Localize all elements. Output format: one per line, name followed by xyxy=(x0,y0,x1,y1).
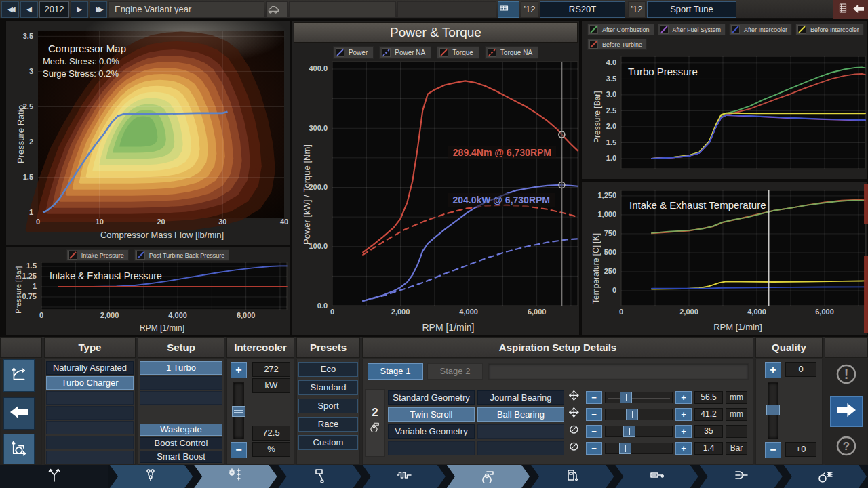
slider-plus-button[interactable]: + xyxy=(675,442,692,455)
geometry-option-empty-3[interactable] xyxy=(388,441,475,455)
column-header-quality: Quality xyxy=(755,337,823,358)
car-link-button[interactable] xyxy=(266,1,288,18)
year-first-button[interactable]: ◀◀ xyxy=(1,1,19,18)
toolbar-tab-piston[interactable] xyxy=(278,465,361,488)
back-nav-button[interactable] xyxy=(3,397,35,430)
next-step-button[interactable] xyxy=(830,396,863,427)
slider-track[interactable] xyxy=(605,392,673,403)
top-right-actions xyxy=(833,0,868,19)
preset-custom[interactable]: Custom xyxy=(298,435,358,450)
type-option-empty-3[interactable] xyxy=(46,406,134,420)
toolbar-tab-manifold[interactable] xyxy=(700,465,783,488)
intercooler-minus-button[interactable]: − xyxy=(231,442,247,458)
intercooler-slider-handle[interactable] xyxy=(232,406,245,417)
boost-option-wastegate[interactable]: Wastegate xyxy=(140,424,222,436)
slider-handle[interactable] xyxy=(620,392,632,403)
return-arrow-icon[interactable] xyxy=(853,3,864,16)
quality-minus-button[interactable]: − xyxy=(765,442,781,458)
svg-text:4.0: 4.0 xyxy=(606,58,616,66)
preset-standard[interactable]: Standard xyxy=(298,380,358,395)
turbo-icon xyxy=(480,467,496,486)
toolbar-tab-fork[interactable] xyxy=(0,465,108,488)
pressure-chart-panel: Intake PressurePost Turbine Back Pressur… xyxy=(5,247,290,336)
slider-handle[interactable] xyxy=(623,426,635,437)
slider-track[interactable] xyxy=(605,426,673,437)
help-button[interactable]: ? xyxy=(831,432,861,462)
svg-text:1.5: 1.5 xyxy=(26,262,37,270)
bearing-option-empty-2[interactable] xyxy=(477,424,564,439)
column-header-blank xyxy=(0,337,42,358)
geometry-option-variable-geometry[interactable]: Variable Geometry xyxy=(388,424,475,439)
type-option-empty-5[interactable] xyxy=(46,436,134,449)
head-icon xyxy=(143,467,159,486)
quality-slider-handle[interactable] xyxy=(766,405,780,415)
turbo-slider-row-1: −+41.2mm xyxy=(568,407,751,422)
slider-value: 56.5 xyxy=(694,391,723,404)
turbo-count-option-empty-1[interactable] xyxy=(140,376,222,390)
toolbar-tab-crank[interactable] xyxy=(363,465,446,488)
slider-track[interactable] xyxy=(605,443,673,454)
toolbar-tab-fuel[interactable] xyxy=(531,465,614,488)
svg-text:0: 0 xyxy=(619,308,623,316)
type-option-empty-4[interactable] xyxy=(46,421,134,434)
bearing-option-empty-3[interactable] xyxy=(477,441,564,455)
graph-view-button[interactable] xyxy=(3,359,35,392)
type-option-naturally-aspirated[interactable]: Naturally Aspirated xyxy=(46,361,134,375)
preset-eco[interactable]: Eco xyxy=(298,362,358,377)
power-ylabel: Power [kW] / Torque [Nm] xyxy=(302,144,312,245)
turbo-count-option-empty-2[interactable] xyxy=(140,391,222,405)
toolbar-tab-valvetrain[interactable] xyxy=(194,465,277,488)
toolbar-tab-exhaust[interactable] xyxy=(615,465,698,488)
preset-race[interactable]: Race xyxy=(298,417,358,432)
column-header-details: Aspiration Setup Details xyxy=(362,337,753,358)
turbo-count-option-1-turbo[interactable]: 1 Turbo xyxy=(140,361,222,375)
slider-minus-button[interactable]: − xyxy=(586,425,602,438)
year-prev-button[interactable]: ◀ xyxy=(20,1,38,18)
type-option-empty-2[interactable] xyxy=(46,391,134,405)
list-icon[interactable] xyxy=(837,2,849,17)
arrow-right-icon xyxy=(837,403,856,420)
slider-minus-button[interactable]: − xyxy=(586,442,602,455)
bearing-option-ball-bearing[interactable]: Ball Bearing xyxy=(477,407,564,422)
geometry-option-standard-geometry[interactable]: Standard Geometry xyxy=(388,390,475,405)
toolbar-tab-turbo[interactable] xyxy=(447,465,530,488)
boost-option-boost-control[interactable]: Boost Control xyxy=(140,437,222,449)
power-xlabel: RPM [1/min] xyxy=(333,322,564,333)
bearing-option-journal-bearing[interactable]: Journal Bearing xyxy=(477,390,564,405)
toolbar-tab-dyno[interactable] xyxy=(784,465,867,488)
engine-family-name-button[interactable]: RS20T xyxy=(540,1,625,18)
svg-text:4,000: 4,000 xyxy=(459,308,478,316)
toolbar-tab-head[interactable] xyxy=(110,465,193,488)
type-option-turbo-charger[interactable]: Turbo Charger xyxy=(46,376,134,390)
geometry-option-twin-scroll[interactable]: Twin Scroll xyxy=(388,407,475,422)
slider-handle[interactable] xyxy=(626,409,638,420)
svg-text:6,000: 6,000 xyxy=(237,311,256,319)
turbo-map-button[interactable] xyxy=(3,434,35,464)
warnings-button[interactable]: ! xyxy=(831,361,861,390)
slider-plus-button[interactable]: + xyxy=(675,391,692,404)
year-last-button[interactable]: ▶▶ xyxy=(90,1,107,18)
engine-family-button[interactable] xyxy=(498,1,519,18)
slider-plus-button[interactable]: + xyxy=(675,408,692,421)
variant-year-field[interactable]: 2012 xyxy=(39,1,69,18)
preset-sport[interactable]: Sport xyxy=(298,399,358,413)
engine-variant-name-button[interactable]: Sport Tune xyxy=(647,1,736,18)
family-year-badge: '12 xyxy=(521,1,538,18)
slider-minus-button[interactable]: − xyxy=(586,391,602,404)
tab-stage-2[interactable]: Stage 2 xyxy=(427,363,483,380)
slider-plus-button[interactable]: + xyxy=(675,425,692,438)
stage-name-field[interactable] xyxy=(488,363,749,380)
intercooler-slider-track[interactable] xyxy=(233,382,244,439)
year-next-button[interactable]: ▶ xyxy=(71,1,88,18)
slider-track[interactable] xyxy=(605,409,673,420)
tab-stage-1[interactable]: Stage 1 xyxy=(368,363,423,380)
designer-step-toolbar xyxy=(0,465,868,488)
boost-option-smart-boost[interactable]: Smart Boost xyxy=(140,451,222,463)
intercooler-plus-button[interactable]: + xyxy=(231,362,247,378)
svg-text:0: 0 xyxy=(330,308,334,316)
slider-minus-button[interactable]: − xyxy=(586,408,602,421)
quality-plus-button[interactable]: + xyxy=(765,362,781,378)
type-option-empty-6[interactable] xyxy=(46,451,134,464)
slider-handle[interactable] xyxy=(619,443,631,454)
quality-slider-track[interactable] xyxy=(768,382,778,439)
